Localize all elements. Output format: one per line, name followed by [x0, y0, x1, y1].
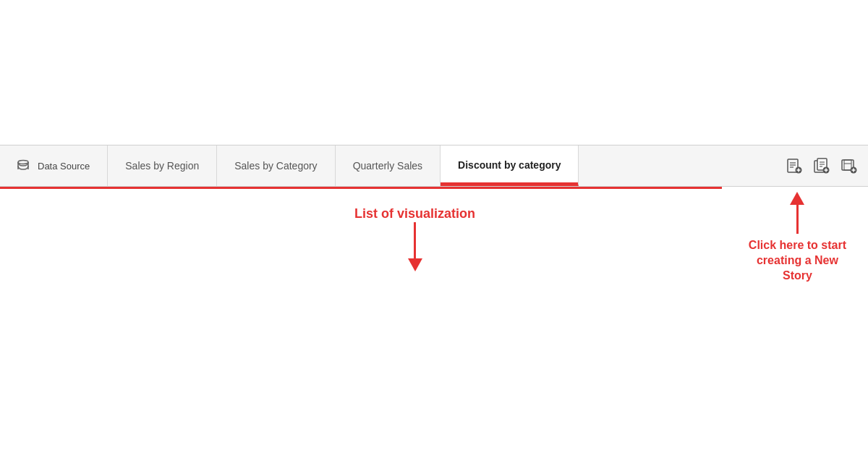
tab-icon-group	[775, 145, 868, 186]
svg-point-0	[18, 161, 28, 164]
click-start-arrow-head	[790, 192, 804, 205]
click-start-arrow-line	[796, 205, 799, 234]
new-sheet-icon	[786, 158, 802, 174]
tab-data-source[interactable]: Data Source	[0, 145, 108, 186]
tab-bar: Data Source Sales by Region Sales by Cat…	[0, 145, 868, 187]
tab-sales-by-category[interactable]: Sales by Category	[217, 145, 335, 186]
tab-sales-by-region-label: Sales by Region	[125, 160, 199, 172]
tab-data-source-label: Data Source	[38, 161, 90, 172]
click-start-annotation: Click here to start creating a New Story	[749, 192, 846, 283]
duplicate-sheet-icon	[814, 158, 830, 174]
tab-sales-by-category-label: Sales by Category	[234, 160, 317, 172]
new-story-button[interactable]	[836, 153, 862, 179]
new-sheet-button[interactable]	[781, 153, 807, 179]
list-viz-arrow-line	[414, 222, 416, 258]
tab-quarterly-sales[interactable]: Quarterly Sales	[336, 145, 441, 186]
duplicate-sheet-button[interactable]	[809, 153, 835, 179]
click-start-label: Click here to start creating a New Story	[749, 238, 846, 283]
tab-quarterly-sales-label: Quarterly Sales	[353, 160, 422, 172]
list-viz-annotation: List of visualization	[354, 206, 475, 271]
tab-sales-by-region[interactable]: Sales by Region	[108, 145, 217, 186]
new-story-icon	[841, 158, 857, 174]
tab-discount-by-category[interactable]: Discount by category	[441, 145, 579, 186]
svg-rect-19	[844, 160, 851, 170]
tab-underline-annotation	[0, 187, 722, 189]
database-icon	[17, 159, 29, 172]
list-viz-label: List of visualization	[354, 206, 475, 222]
list-viz-arrow-head	[408, 258, 422, 271]
tab-discount-by-category-label: Discount by category	[458, 159, 561, 171]
